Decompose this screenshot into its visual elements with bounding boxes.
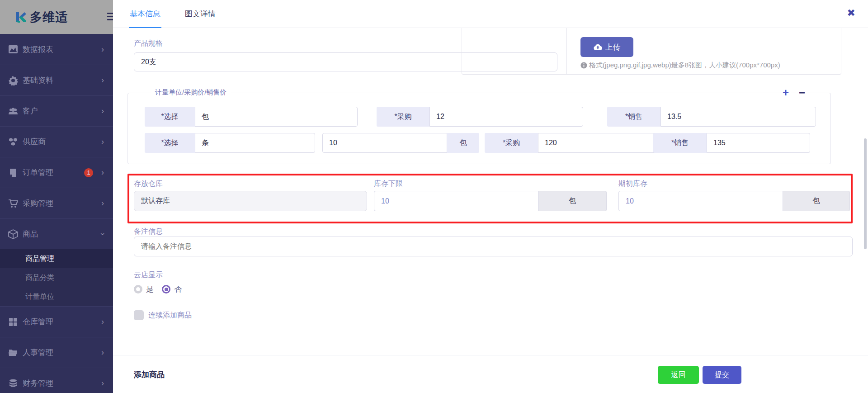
sub-item-label: 商品管理 xyxy=(25,254,54,264)
stock-lower-group: 包 xyxy=(374,191,607,211)
unit-row1-sale-group: *销售 xyxy=(607,107,816,127)
sidebar-menu: 数据报表 › 基础资料 › 客户 › xyxy=(0,34,113,393)
sidebar-item-purchasing[interactable]: 采购管理 › xyxy=(0,188,113,218)
radio-no-label: 否 xyxy=(174,284,182,294)
submit-button[interactable]: 提交 xyxy=(703,366,741,384)
chevron-right-icon: › xyxy=(101,76,104,85)
chevron-right-icon: › xyxy=(101,45,104,54)
sidebar-subitem-product-management[interactable]: 商品管理 xyxy=(0,249,113,268)
remove-unit-row-icon[interactable]: − xyxy=(797,87,807,99)
continuous-add-row: 连续添加商品 xyxy=(134,310,192,320)
brand-k-icon xyxy=(14,10,27,24)
sidebar-subitem-product-category[interactable]: 商品分类 xyxy=(0,268,113,287)
sidebar-item-products[interactable]: 商品 › xyxy=(0,218,113,249)
sidebar-item-warehouse[interactable]: 仓库管理 › xyxy=(0,306,113,337)
back-button[interactable]: 返回 xyxy=(658,366,699,384)
stock-lower-input[interactable] xyxy=(374,191,538,211)
sidebar-item-label: 基础资料 xyxy=(23,75,53,85)
chevron-right-icon: › xyxy=(101,348,104,357)
unit-select-input[interactable] xyxy=(195,107,358,127)
close-icon[interactable]: ✖ xyxy=(847,7,855,19)
box-icon xyxy=(8,229,18,239)
modal-body: 产品规格 上传 格式(jpeg,png,gif,jpg,webp)最多8张图，大… xyxy=(113,28,868,355)
sale-prepend-label: *销售 xyxy=(653,133,707,153)
unit-select-input[interactable] xyxy=(195,133,315,153)
chevron-right-icon: › xyxy=(101,199,104,208)
radio-no[interactable] xyxy=(162,285,170,294)
upload-button-label: 上传 xyxy=(605,42,621,52)
sidebar-item-suppliers[interactable]: 供应商 › xyxy=(0,126,113,157)
sale-prepend-label: *销售 xyxy=(607,107,660,127)
sidebar-item-label: 订单管理 xyxy=(23,167,53,178)
cubes-icon xyxy=(8,137,18,147)
select-prepend-label: *选择 xyxy=(145,133,195,153)
sidebar-item-customers[interactable]: 客户 › xyxy=(0,95,113,126)
stock-lower-label: 库存下限 xyxy=(374,179,403,189)
scrollbar-thumb[interactable] xyxy=(864,138,867,249)
spec-label: 产品规格 xyxy=(134,39,163,48)
add-unit-row-icon[interactable]: + xyxy=(781,87,791,99)
chevron-right-icon: › xyxy=(101,379,104,388)
sidebar-item-label: 财务管理 xyxy=(23,378,53,388)
sidebar-item-label: 商品 xyxy=(23,229,38,239)
product-edit-modal: 基本信息 图文详情 ✖ 产品规格 上传 格式(jpeg,png,gif xyxy=(113,0,868,393)
products-submenu: 商品管理 商品分类 计量单位 xyxy=(0,249,113,306)
upload-button[interactable]: 上传 xyxy=(580,37,633,57)
sidebar-item-finance[interactable]: 财务管理 › xyxy=(0,368,113,393)
chevron-right-icon: › xyxy=(101,106,104,116)
unit-price-fieldset: 计量单位/采购价/销售价 + − xyxy=(127,93,831,164)
sidebar-subitem-measure-unit[interactable]: 计量单位 xyxy=(0,287,113,306)
brand-name: 多维适 xyxy=(30,9,68,25)
warehouse-label: 存放仓库 xyxy=(134,179,163,189)
database-icon xyxy=(8,379,18,388)
modal-tabbar: 基本信息 图文详情 ✖ xyxy=(113,0,868,28)
sidebar-item-data-reports[interactable]: 数据报表 › xyxy=(0,34,113,65)
cloud-upload-icon xyxy=(594,44,602,51)
order-file-icon xyxy=(8,168,18,178)
order-badge: 1 xyxy=(84,168,93,177)
unit-row2-select-group: *选择 xyxy=(145,133,315,153)
sidebar-item-label: 客户 xyxy=(23,106,38,116)
purchase-price-input[interactable] xyxy=(429,107,583,127)
sale-price-input[interactable] xyxy=(660,107,816,127)
sidebar-item-hr[interactable]: 人事管理 › xyxy=(0,337,113,368)
sub-item-label: 计量单位 xyxy=(25,292,54,302)
radio-yes[interactable] xyxy=(134,285,142,294)
purchase-price-input[interactable] xyxy=(538,133,661,153)
info-icon xyxy=(580,62,587,69)
remark-input[interactable] xyxy=(134,237,853,256)
unit-row2-conversion-group: 包 xyxy=(322,133,479,153)
modal-footer: 添加商品 返回 提交 xyxy=(113,355,868,393)
sidebar-item-label: 数据报表 xyxy=(23,44,53,55)
sidebar-item-label: 采购管理 xyxy=(23,198,53,208)
stock-initial-group: 包 xyxy=(618,191,850,211)
cart-icon xyxy=(8,199,18,208)
stock-initial-label: 期初库存 xyxy=(618,179,647,189)
sidebar-item-orders[interactable]: 订单管理 1 › xyxy=(0,157,113,188)
unit-row1-select-group: *选择 xyxy=(145,107,358,127)
remark-label: 备注信息 xyxy=(134,227,163,237)
stock-initial-unit: 包 xyxy=(783,191,850,211)
upload-panel-divider xyxy=(566,28,567,74)
sidebar-item-basic-data[interactable]: 基础资料 › xyxy=(0,65,113,95)
upload-hint-text: 格式(jpeg,png,gif,jpg,webp)最多8张图，大小建议(700p… xyxy=(589,61,780,70)
chevron-right-icon: › xyxy=(101,137,104,147)
conversion-qty-input[interactable] xyxy=(322,133,447,153)
warehouse-input[interactable] xyxy=(134,191,367,211)
continuous-add-label: 连续添加商品 xyxy=(148,311,192,320)
continuous-add-checkbox[interactable] xyxy=(134,310,144,320)
sidebar: 多维适 数据报表 › 基础资料 › 客户 xyxy=(0,0,113,393)
cloud-shop-label: 云店显示 xyxy=(134,270,163,280)
tab-image-detail[interactable]: 图文详情 xyxy=(184,0,217,28)
sale-price-input[interactable] xyxy=(707,133,810,153)
conversion-unit-label: 包 xyxy=(447,133,479,153)
sidebar-item-label: 人事管理 xyxy=(23,347,53,358)
radio-yes-label: 是 xyxy=(146,284,154,294)
unit-row2-sale-group: *销售 xyxy=(653,133,810,153)
stock-initial-input[interactable] xyxy=(618,191,783,211)
tab-basic-info[interactable]: 基本信息 xyxy=(129,0,161,28)
gear-icon xyxy=(8,76,18,85)
folder-icon xyxy=(8,348,18,358)
unit-row2-purchase-group: *采购 xyxy=(485,133,661,153)
logo: 多维适 xyxy=(0,0,113,34)
